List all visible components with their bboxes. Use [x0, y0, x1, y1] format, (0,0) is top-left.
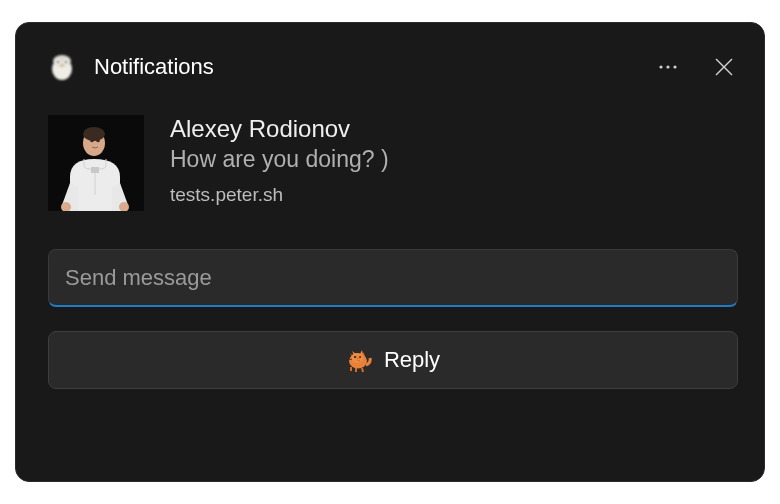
- svg-point-5: [65, 61, 67, 63]
- cat-icon: [346, 347, 372, 373]
- message-input[interactable]: [48, 249, 738, 307]
- svg-point-22: [354, 356, 356, 358]
- notification-content: Alexey Rodionov How are you doing? ) tes…: [48, 115, 738, 211]
- svg-point-8: [673, 65, 676, 68]
- source-link: tests.peter.sh: [170, 184, 389, 206]
- notification-text: Alexey Rodionov How are you doing? ) tes…: [170, 115, 389, 211]
- reply-label: Reply: [384, 347, 440, 373]
- close-icon[interactable]: [710, 53, 738, 81]
- header: Notifications: [48, 43, 738, 91]
- notification-card: Notifications: [15, 22, 765, 482]
- svg-point-6: [659, 65, 662, 68]
- header-title: Notifications: [94, 54, 654, 80]
- svg-point-7: [666, 65, 669, 68]
- svg-rect-15: [91, 167, 99, 173]
- sender-name: Alexey Rodionov: [170, 115, 389, 143]
- reply-button[interactable]: Reply: [48, 331, 738, 389]
- more-icon[interactable]: [654, 53, 682, 81]
- app-icon: [48, 53, 76, 81]
- svg-point-4: [57, 61, 59, 63]
- header-actions: [654, 53, 738, 81]
- message-preview: How are you doing? ): [170, 146, 389, 173]
- avatar: [48, 115, 144, 211]
- input-container: [48, 249, 738, 307]
- svg-point-19: [83, 127, 105, 141]
